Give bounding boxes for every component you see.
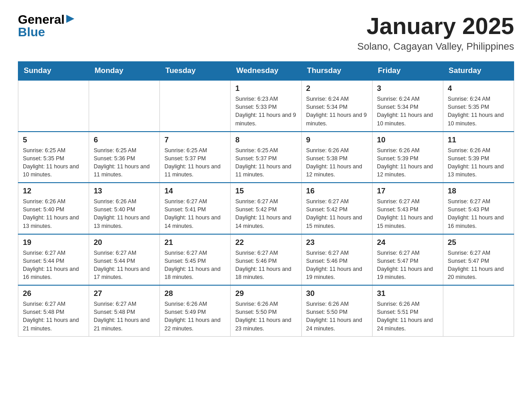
day-info: Sunrise: 6:26 AMSunset: 5:40 PMDaylight:…	[23, 197, 84, 230]
weekday-header-wednesday: Wednesday	[231, 62, 301, 81]
calendar-cell: 26Sunrise: 6:27 AMSunset: 5:48 PMDayligh…	[18, 285, 89, 336]
calendar-cell: 19Sunrise: 6:27 AMSunset: 5:44 PMDayligh…	[18, 234, 89, 286]
week-row-3: 12Sunrise: 6:26 AMSunset: 5:40 PMDayligh…	[18, 183, 514, 234]
week-row-1: 1Sunrise: 6:23 AMSunset: 5:33 PMDaylight…	[18, 80, 514, 132]
calendar-cell: 15Sunrise: 6:27 AMSunset: 5:42 PMDayligh…	[231, 183, 301, 234]
calendar-cell: 8Sunrise: 6:25 AMSunset: 5:37 PMDaylight…	[231, 132, 301, 183]
calendar-cell: 24Sunrise: 6:27 AMSunset: 5:47 PMDayligh…	[372, 234, 443, 286]
day-number: 18	[448, 187, 509, 196]
day-number: 1	[235, 84, 296, 93]
calendar-cell: 21Sunrise: 6:27 AMSunset: 5:45 PMDayligh…	[160, 234, 231, 286]
calendar-cell	[443, 285, 514, 336]
day-info: Sunrise: 6:25 AMSunset: 5:35 PMDaylight:…	[23, 146, 84, 179]
day-number: 17	[377, 187, 438, 196]
day-number: 13	[94, 187, 155, 196]
day-number: 4	[448, 84, 509, 93]
location-title: Solano, Cagayan Valley, Philippines	[357, 41, 514, 52]
day-number: 28	[164, 289, 226, 298]
calendar-cell: 23Sunrise: 6:27 AMSunset: 5:46 PMDayligh…	[301, 234, 372, 286]
day-info: Sunrise: 6:27 AMSunset: 5:48 PMDaylight:…	[94, 300, 155, 333]
day-info: Sunrise: 6:27 AMSunset: 5:42 PMDaylight:…	[235, 197, 296, 230]
day-info: Sunrise: 6:27 AMSunset: 5:45 PMDaylight:…	[164, 249, 226, 282]
day-number: 23	[306, 238, 368, 247]
day-number: 15	[235, 187, 296, 196]
calendar-cell: 20Sunrise: 6:27 AMSunset: 5:44 PMDayligh…	[89, 234, 160, 286]
day-info: Sunrise: 6:26 AMSunset: 5:39 PMDaylight:…	[448, 146, 509, 179]
day-info: Sunrise: 6:24 AMSunset: 5:35 PMDaylight:…	[448, 95, 509, 128]
calendar-cell: 6Sunrise: 6:25 AMSunset: 5:36 PMDaylight…	[89, 132, 160, 183]
logo-general-text: General	[18, 13, 64, 26]
weekday-header-friday: Friday	[372, 62, 443, 81]
calendar-cell: 29Sunrise: 6:26 AMSunset: 5:50 PMDayligh…	[231, 285, 301, 336]
weekday-header-row: SundayMondayTuesdayWednesdayThursdayFrid…	[18, 62, 514, 81]
day-info: Sunrise: 6:27 AMSunset: 5:41 PMDaylight:…	[164, 197, 226, 230]
day-number: 20	[94, 238, 155, 247]
calendar-cell: 25Sunrise: 6:27 AMSunset: 5:47 PMDayligh…	[443, 234, 514, 286]
calendar-cell: 9Sunrise: 6:26 AMSunset: 5:38 PMDaylight…	[301, 132, 372, 183]
logo-blue-text: Blue	[18, 26, 45, 39]
day-info: Sunrise: 6:26 AMSunset: 5:50 PMDaylight:…	[235, 300, 296, 333]
day-info: Sunrise: 6:27 AMSunset: 5:47 PMDaylight:…	[377, 249, 438, 282]
calendar-cell: 22Sunrise: 6:27 AMSunset: 5:46 PMDayligh…	[231, 234, 301, 286]
day-number: 25	[448, 238, 509, 247]
day-info: Sunrise: 6:26 AMSunset: 5:51 PMDaylight:…	[377, 300, 438, 333]
day-info: Sunrise: 6:26 AMSunset: 5:39 PMDaylight:…	[377, 146, 438, 179]
day-info: Sunrise: 6:27 AMSunset: 5:47 PMDaylight:…	[448, 249, 509, 282]
day-number: 12	[23, 187, 84, 196]
day-info: Sunrise: 6:27 AMSunset: 5:44 PMDaylight:…	[23, 249, 84, 282]
title-block: January 2025 Solano, Cagayan Valley, Phi…	[357, 13, 514, 52]
day-number: 29	[235, 289, 296, 298]
calendar-cell	[160, 80, 231, 132]
day-number: 9	[306, 136, 368, 145]
day-number: 19	[23, 238, 84, 247]
day-info: Sunrise: 6:25 AMSunset: 5:36 PMDaylight:…	[94, 146, 155, 179]
day-number: 27	[94, 289, 155, 298]
calendar-cell	[89, 80, 160, 132]
calendar-cell: 31Sunrise: 6:26 AMSunset: 5:51 PMDayligh…	[372, 285, 443, 336]
calendar-cell: 28Sunrise: 6:26 AMSunset: 5:49 PMDayligh…	[160, 285, 231, 336]
page-header: General Blue January 2025 Solano, Cagaya…	[18, 13, 514, 52]
weekday-header-tuesday: Tuesday	[160, 62, 231, 81]
day-info: Sunrise: 6:27 AMSunset: 5:43 PMDaylight:…	[377, 197, 438, 230]
calendar-cell: 16Sunrise: 6:27 AMSunset: 5:42 PMDayligh…	[301, 183, 372, 234]
day-number: 16	[306, 187, 368, 196]
day-number: 11	[448, 136, 509, 145]
weekday-header-sunday: Sunday	[18, 62, 89, 81]
calendar-cell: 30Sunrise: 6:26 AMSunset: 5:50 PMDayligh…	[301, 285, 372, 336]
logo-arrow-icon	[65, 14, 75, 24]
week-row-4: 19Sunrise: 6:27 AMSunset: 5:44 PMDayligh…	[18, 234, 514, 286]
calendar-cell: 10Sunrise: 6:26 AMSunset: 5:39 PMDayligh…	[372, 132, 443, 183]
day-info: Sunrise: 6:27 AMSunset: 5:43 PMDaylight:…	[448, 197, 509, 230]
day-info: Sunrise: 6:27 AMSunset: 5:42 PMDaylight:…	[306, 197, 368, 230]
day-info: Sunrise: 6:27 AMSunset: 5:46 PMDaylight:…	[306, 249, 368, 282]
day-number: 24	[377, 238, 438, 247]
calendar-cell: 13Sunrise: 6:26 AMSunset: 5:40 PMDayligh…	[89, 183, 160, 234]
day-number: 2	[306, 84, 368, 93]
calendar-cell: 12Sunrise: 6:26 AMSunset: 5:40 PMDayligh…	[18, 183, 89, 234]
calendar-cell: 3Sunrise: 6:24 AMSunset: 5:34 PMDaylight…	[372, 80, 443, 132]
month-title: January 2025	[357, 13, 514, 39]
calendar-cell: 5Sunrise: 6:25 AMSunset: 5:35 PMDaylight…	[18, 132, 89, 183]
day-info: Sunrise: 6:24 AMSunset: 5:34 PMDaylight:…	[306, 95, 368, 128]
day-info: Sunrise: 6:25 AMSunset: 5:37 PMDaylight:…	[235, 146, 296, 179]
calendar-cell: 11Sunrise: 6:26 AMSunset: 5:39 PMDayligh…	[443, 132, 514, 183]
day-info: Sunrise: 6:26 AMSunset: 5:49 PMDaylight:…	[164, 300, 226, 333]
weekday-header-thursday: Thursday	[301, 62, 372, 81]
calendar-cell: 27Sunrise: 6:27 AMSunset: 5:48 PMDayligh…	[89, 285, 160, 336]
day-info: Sunrise: 6:23 AMSunset: 5:33 PMDaylight:…	[235, 95, 296, 128]
calendar-cell: 4Sunrise: 6:24 AMSunset: 5:35 PMDaylight…	[443, 80, 514, 132]
week-row-2: 5Sunrise: 6:25 AMSunset: 5:35 PMDaylight…	[18, 132, 514, 183]
calendar-cell: 1Sunrise: 6:23 AMSunset: 5:33 PMDaylight…	[231, 80, 301, 132]
calendar-cell: 17Sunrise: 6:27 AMSunset: 5:43 PMDayligh…	[372, 183, 443, 234]
day-number: 7	[164, 136, 226, 145]
calendar-table: SundayMondayTuesdayWednesdayThursdayFrid…	[18, 61, 514, 337]
day-info: Sunrise: 6:27 AMSunset: 5:48 PMDaylight:…	[23, 300, 84, 333]
logo: General Blue	[18, 13, 75, 39]
svg-marker-0	[66, 15, 74, 23]
day-info: Sunrise: 6:24 AMSunset: 5:34 PMDaylight:…	[377, 95, 438, 128]
day-info: Sunrise: 6:27 AMSunset: 5:46 PMDaylight:…	[235, 249, 296, 282]
day-info: Sunrise: 6:27 AMSunset: 5:44 PMDaylight:…	[94, 249, 155, 282]
calendar-cell: 18Sunrise: 6:27 AMSunset: 5:43 PMDayligh…	[443, 183, 514, 234]
weekday-header-monday: Monday	[89, 62, 160, 81]
weekday-header-saturday: Saturday	[443, 62, 514, 81]
